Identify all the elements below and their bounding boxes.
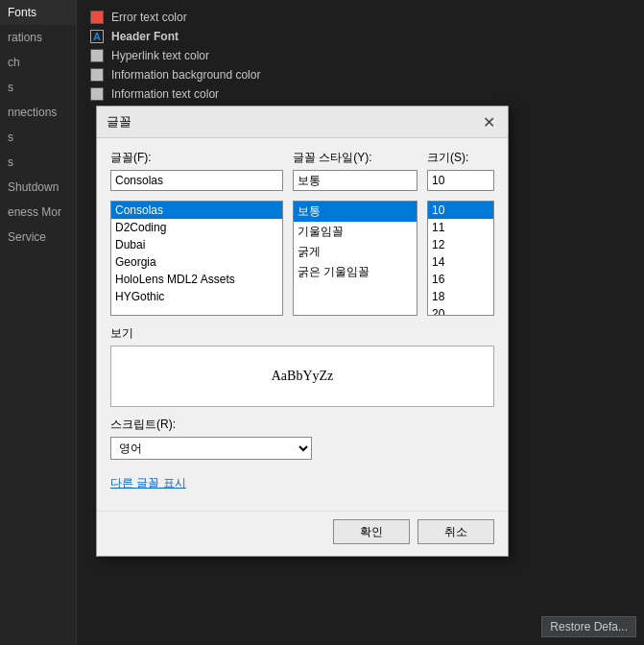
- size-item-14[interactable]: 14: [428, 253, 493, 271]
- font-label: 글꼴(F):: [110, 150, 283, 166]
- font-list-col: Consolas D2Coding Dubai Georgia HoloLens…: [110, 201, 283, 316]
- dialog-title: 글꼴: [107, 113, 131, 131]
- restore-defaults-button[interactable]: Restore Defa...: [541, 616, 636, 637]
- size-col: 크기(S):: [427, 150, 494, 191]
- style-item-bold[interactable]: 굵게: [294, 242, 417, 262]
- sidebar-item-eness[interactable]: eness Mor: [0, 200, 76, 225]
- font-input[interactable]: [110, 170, 283, 191]
- style-item-italic[interactable]: 기울임꼴: [294, 222, 417, 242]
- preview-box: AaBbYyZz: [110, 346, 494, 407]
- cancel-button[interactable]: 취소: [417, 519, 494, 544]
- style-list-col: 보통 기울임꼴 굵게 굵은 기울임꼴: [293, 201, 417, 316]
- sidebar-item-s1[interactable]: s: [0, 75, 76, 100]
- font-listbox[interactable]: Consolas D2Coding Dubai Georgia HoloLens…: [110, 201, 283, 316]
- style-input[interactable]: [293, 170, 417, 191]
- info-text-color-swatch: [90, 87, 104, 101]
- size-listbox[interactable]: 10 11 12 14 16 18 20: [427, 201, 494, 316]
- dialog-list-row: Consolas D2Coding Dubai Georgia HoloLens…: [110, 201, 494, 316]
- sidebar: Fonts rations ch s nnections s s Shutdow…: [0, 0, 77, 645]
- color-item-hyperlink[interactable]: Hyperlink text color: [84, 46, 636, 65]
- size-item-20[interactable]: 20: [428, 305, 493, 316]
- sidebar-item-service[interactable]: Service: [0, 225, 76, 250]
- script-label: 스크립트(R):: [110, 417, 494, 433]
- font-dialog: 글꼴 ✕ 글꼴(F): 글꼴 스타일(Y): 크기(S): Consolas: [96, 106, 509, 557]
- size-item-10[interactable]: 10: [428, 202, 493, 219]
- style-listbox[interactable]: 보통 기울임꼴 굵게 굵은 기울임꼴: [293, 201, 417, 316]
- sidebar-item-rations[interactable]: rations: [0, 25, 76, 50]
- color-item-error[interactable]: Error text color: [84, 8, 636, 27]
- sidebar-item-s3[interactable]: s: [0, 150, 76, 175]
- ok-button[interactable]: 확인: [333, 519, 410, 544]
- dialog-titlebar: 글꼴 ✕: [97, 107, 508, 138]
- font-item-consolas[interactable]: Consolas: [111, 202, 282, 219]
- font-item-hygothic[interactable]: HYGothic: [111, 288, 282, 305]
- font-item-dubai[interactable]: Dubai: [111, 236, 282, 253]
- color-item-header[interactable]: A Header Font: [84, 27, 636, 46]
- font-item-hololens[interactable]: HoloLens MDL2 Assets: [111, 271, 282, 288]
- size-label: 크기(S):: [427, 150, 494, 166]
- dialog-footer: 확인 취소: [97, 511, 508, 556]
- color-item-info-bg[interactable]: Information background color: [84, 65, 636, 84]
- dialog-body: 글꼴(F): 글꼴 스타일(Y): 크기(S): Consolas D2Codi…: [97, 138, 508, 511]
- size-list-col: 10 11 12 14 16 18 20: [427, 201, 494, 316]
- info-bg-color-swatch: [90, 68, 104, 82]
- sidebar-item-connections[interactable]: nnections: [0, 100, 76, 125]
- dialog-close-button[interactable]: ✕: [479, 112, 498, 131]
- dialog-header-row: 글꼴(F): 글꼴 스타일(Y): 크기(S):: [110, 150, 494, 191]
- sidebar-item-shutdown[interactable]: Shutdown: [0, 175, 76, 200]
- size-item-11[interactable]: 11: [428, 219, 493, 236]
- style-item-normal[interactable]: 보통: [294, 202, 417, 222]
- preview-label: 보기: [110, 325, 494, 342]
- error-color-swatch: [90, 11, 104, 24]
- style-item-bold-italic[interactable]: 굵은 기울임꼴: [294, 262, 417, 282]
- script-row: 스크립트(R): 영어: [110, 417, 494, 460]
- size-item-18[interactable]: 18: [428, 288, 493, 305]
- sidebar-item-ch[interactable]: ch: [0, 50, 76, 75]
- size-item-16[interactable]: 16: [428, 271, 493, 288]
- sidebar-item-s2[interactable]: s: [0, 125, 76, 150]
- preview-text: AaBbYyZz: [272, 369, 334, 384]
- hyperlink-color-swatch: [90, 49, 104, 62]
- font-item-d2coding[interactable]: D2Coding: [111, 219, 282, 236]
- font-item-georgia[interactable]: Georgia: [111, 253, 282, 271]
- color-item-info-text[interactable]: Information text color: [84, 84, 636, 104]
- size-item-12[interactable]: 12: [428, 236, 493, 253]
- style-label: 글꼴 스타일(Y):: [293, 150, 417, 166]
- script-select[interactable]: 영어: [110, 437, 312, 460]
- sidebar-item-fonts[interactable]: Fonts: [0, 0, 76, 25]
- style-col: 글꼴 스타일(Y):: [293, 150, 417, 191]
- show-more-fonts-link[interactable]: 다른 글꼴 표시: [110, 471, 494, 499]
- font-col: 글꼴(F):: [110, 150, 283, 191]
- header-font-swatch: A: [90, 30, 104, 43]
- size-input[interactable]: [427, 170, 494, 191]
